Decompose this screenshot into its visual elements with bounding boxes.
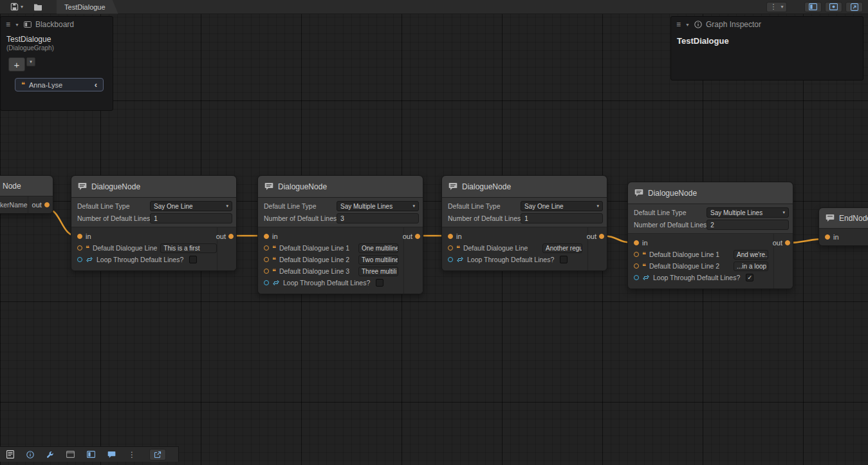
node-title[interactable]: DialogueNode bbox=[258, 176, 423, 198]
loop-port[interactable] bbox=[448, 257, 453, 262]
num-lines-label: Number of Default Lines bbox=[634, 221, 706, 229]
dialogue-line-port[interactable] bbox=[634, 263, 639, 269]
num-lines-input[interactable]: 3 bbox=[337, 213, 419, 223]
wrench-icon[interactable] bbox=[46, 451, 54, 459]
graph-inspector-graph-name: TestDialogue bbox=[671, 32, 863, 46]
open-external-button[interactable] bbox=[149, 449, 166, 460]
loop-checkbox[interactable] bbox=[376, 279, 383, 287]
chevron-left-icon[interactable]: ‹ bbox=[95, 81, 97, 89]
line-type-dropdown[interactable]: Say One Line ▾ bbox=[150, 201, 232, 211]
line-type-dropdown[interactable]: Say One Line ▾ bbox=[521, 201, 603, 211]
preview-toggle-button[interactable] bbox=[845, 2, 863, 12]
add-property-dropdown-button[interactable]: ▾ bbox=[26, 57, 35, 66]
collapse-arrow-icon[interactable]: ▼ bbox=[685, 23, 690, 27]
loop-port[interactable] bbox=[264, 280, 269, 285]
save-icon[interactable] bbox=[10, 3, 19, 11]
info-icon bbox=[694, 21, 702, 28]
dialogue-line-port[interactable] bbox=[634, 252, 639, 257]
blackboard-icon[interactable] bbox=[87, 451, 95, 458]
start-node-partial[interactable]: Node kerName out bbox=[0, 175, 53, 214]
node-title[interactable]: EndNode bbox=[819, 208, 868, 229]
dialogue-icon[interactable] bbox=[107, 451, 116, 459]
out-port[interactable] bbox=[785, 240, 790, 245]
dialogue-line-input[interactable]: One multiline bbox=[358, 243, 398, 253]
num-lines-input[interactable]: 2 bbox=[706, 220, 789, 230]
dialogue-line-label: Default Dialogue Line bbox=[463, 244, 528, 252]
dialogue-node-3[interactable]: DialogueNode Default Line Type Say One L… bbox=[441, 175, 607, 271]
save-dropdown-icon[interactable]: ▾ bbox=[21, 4, 23, 10]
num-lines-input[interactable]: 1 bbox=[521, 213, 603, 223]
num-lines-input[interactable]: 1 bbox=[150, 213, 232, 223]
dialogue-node-1[interactable]: DialogueNode Default Line Type Say One L… bbox=[71, 175, 237, 271]
loop-port[interactable] bbox=[634, 275, 639, 280]
options-menu-button[interactable]: ⋮ ▾ bbox=[766, 2, 787, 12]
dialogue-line-input[interactable]: And we're... bbox=[734, 250, 768, 260]
node-body: in ❝ Default Dialogue Line Another regu … bbox=[442, 227, 607, 270]
panel-icon[interactable] bbox=[66, 451, 75, 458]
blackboard-header[interactable]: ≡ ▼ Blackboard bbox=[1, 17, 113, 32]
console-icon[interactable] bbox=[6, 450, 14, 459]
blackboard-field-anna-lyse[interactable]: ❝ Anna-Lyse ‹ bbox=[15, 78, 104, 91]
in-port[interactable] bbox=[448, 234, 453, 239]
node-title[interactable]: DialogueNode bbox=[71, 176, 236, 198]
node-title[interactable]: DialogueNode bbox=[442, 176, 607, 198]
quote-icon: ❝ bbox=[21, 81, 25, 88]
num-lines-label: Number of Default Lines bbox=[264, 214, 337, 222]
out-port[interactable] bbox=[44, 202, 50, 207]
end-node[interactable]: EndNode in bbox=[818, 207, 868, 246]
inspector-toggle-button[interactable] bbox=[825, 2, 842, 12]
dialogue-line-input[interactable]: Three multili bbox=[358, 267, 398, 276]
node-title-label: DialogueNode bbox=[278, 182, 327, 191]
line-type-dropdown[interactable]: Say Multiple Lines ▾ bbox=[706, 207, 789, 218]
tab-testdialogue[interactable]: TestDialogue bbox=[57, 0, 118, 14]
blackboard-graph-type: (DialogueGraph) bbox=[1, 44, 113, 52]
dialogue-line-port[interactable] bbox=[264, 269, 269, 274]
dialogue-line-input[interactable]: This is a first bbox=[160, 243, 217, 253]
loop-port[interactable] bbox=[77, 257, 82, 262]
input-port-row: in bbox=[819, 229, 868, 245]
in-port[interactable] bbox=[77, 234, 82, 239]
chevron-down-icon: ▾ bbox=[412, 204, 415, 209]
node-title[interactable]: DialogueNode bbox=[628, 182, 793, 204]
line-type-dropdown[interactable]: Say Multiple Lines ▾ bbox=[337, 201, 419, 211]
in-port[interactable] bbox=[825, 234, 830, 240]
in-port[interactable] bbox=[264, 234, 269, 239]
loop-checkbox[interactable] bbox=[560, 256, 568, 263]
loop-checkbox[interactable] bbox=[189, 256, 197, 263]
dialogue-line-port[interactable] bbox=[77, 245, 82, 251]
info-icon[interactable] bbox=[26, 451, 34, 459]
folder-icon[interactable] bbox=[33, 3, 42, 11]
collapse-arrow-icon[interactable]: ▼ bbox=[15, 23, 19, 27]
dialogue-line-input[interactable]: ...in a loop bbox=[734, 261, 768, 271]
dialogue-node-icon bbox=[634, 189, 643, 197]
kebab-dropdown-icon: ▾ bbox=[780, 4, 783, 10]
dialogue-line-port[interactable] bbox=[264, 245, 269, 251]
out-port[interactable] bbox=[599, 234, 604, 239]
node-title-label: EndNode bbox=[839, 214, 868, 223]
out-port[interactable] bbox=[415, 234, 420, 239]
dialogue-node-2[interactable]: DialogueNode Default Line Type Say Multi… bbox=[257, 175, 423, 294]
dialogue-line-input[interactable]: Two multiline bbox=[358, 255, 398, 265]
node-title-label: DialogueNode bbox=[648, 189, 697, 198]
loop-checkbox[interactable]: ✓ bbox=[746, 274, 753, 281]
dialogue-line-port[interactable] bbox=[448, 245, 453, 251]
node-title[interactable]: Node bbox=[0, 176, 53, 196]
dialogue-node-icon bbox=[448, 182, 457, 191]
in-port[interactable] bbox=[634, 240, 639, 245]
add-property-button[interactable]: + bbox=[8, 57, 25, 71]
blackboard-toggle-button[interactable] bbox=[804, 2, 822, 12]
dialogue-line-port[interactable] bbox=[264, 257, 269, 262]
node-properties: Default Line Type Say One Line ▾ Number … bbox=[71, 198, 236, 227]
graph-inspector-panel: ≡ ▼ Graph Inspector TestDialogue bbox=[670, 16, 863, 81]
hamburger-icon[interactable]: ≡ bbox=[676, 20, 681, 29]
dialogue-line-input[interactable]: Another regu bbox=[542, 243, 582, 253]
plus-icon: + bbox=[14, 59, 20, 70]
out-port[interactable] bbox=[228, 234, 234, 239]
graph-inspector-header[interactable]: ≡ ▼ Graph Inspector bbox=[671, 17, 863, 32]
hamburger-icon[interactable]: ≡ bbox=[6, 20, 10, 29]
dialogue-line-label: Default Dialogue Line bbox=[93, 244, 157, 252]
dialogue-node-4[interactable]: DialogueNode Default Line Type Say Multi… bbox=[627, 182, 793, 289]
quote-icon: ❝ bbox=[272, 268, 276, 275]
top-toolbar: ▾ TestDialogue ⋮ ▾ bbox=[0, 0, 868, 14]
kebab-icon[interactable]: ⋮ bbox=[128, 450, 136, 459]
